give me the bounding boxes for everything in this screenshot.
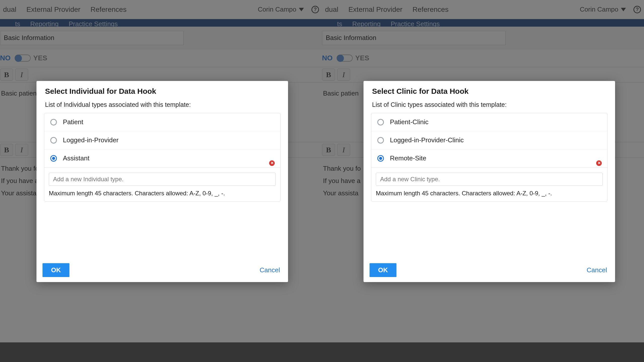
radio-icon[interactable]: [50, 137, 57, 144]
remove-icon[interactable]: ✕: [596, 160, 602, 166]
helper-text: Maximum length 45 characters. Characters…: [49, 190, 276, 197]
list-item[interactable]: Patient: [44, 113, 280, 131]
dialog-select-clinic: Select Clinic for Data Hook List of Clin…: [364, 81, 615, 282]
dialog-subtitle: List of Clinic types associated with thi…: [367, 98, 612, 113]
cancel-button[interactable]: Cancel: [587, 266, 607, 274]
ok-button[interactable]: OK: [43, 263, 69, 277]
ok-button[interactable]: OK: [370, 263, 396, 277]
list-item[interactable]: Assistant ✕: [44, 149, 280, 167]
dialog-subtitle: List of Individual types associated with…: [40, 98, 285, 113]
list-item[interactable]: Logged-in-Provider: [44, 131, 280, 149]
type-list: Patient Logged-in-Provider Assistant ✕ M…: [44, 113, 280, 202]
radio-icon[interactable]: [377, 119, 384, 125]
list-item[interactable]: Logged-in-Provider-Clinic: [371, 131, 607, 149]
list-item-label: Assistant: [63, 154, 274, 162]
dialog-title: Select Individual for Data Hook: [40, 87, 285, 98]
list-item[interactable]: Patient-Clinic: [371, 113, 607, 131]
dialog-title: Select Clinic for Data Hook: [367, 87, 612, 98]
list-item-label: Patient-Clinic: [390, 118, 601, 126]
dialog-select-individual: Select Individual for Data Hook List of …: [36, 81, 288, 282]
remove-icon[interactable]: ✕: [269, 160, 275, 166]
cancel-button[interactable]: Cancel: [260, 266, 280, 274]
list-item-label: Logged-in-Provider: [63, 136, 274, 144]
list-item[interactable]: Remote-Site ✕: [371, 149, 607, 167]
radio-icon[interactable]: [377, 137, 384, 144]
add-type-input[interactable]: [376, 173, 603, 186]
list-item-label: Logged-in-Provider-Clinic: [390, 136, 601, 144]
radio-icon[interactable]: [50, 155, 57, 162]
radio-icon[interactable]: [50, 119, 57, 125]
list-item-label: Remote-Site: [390, 154, 601, 162]
add-type-input[interactable]: [49, 173, 276, 186]
helper-text: Maximum length 45 characters. Characters…: [376, 190, 603, 197]
radio-icon[interactable]: [377, 155, 384, 162]
type-list: Patient-Clinic Logged-in-Provider-Clinic…: [371, 113, 608, 202]
list-item-label: Patient: [63, 118, 274, 126]
